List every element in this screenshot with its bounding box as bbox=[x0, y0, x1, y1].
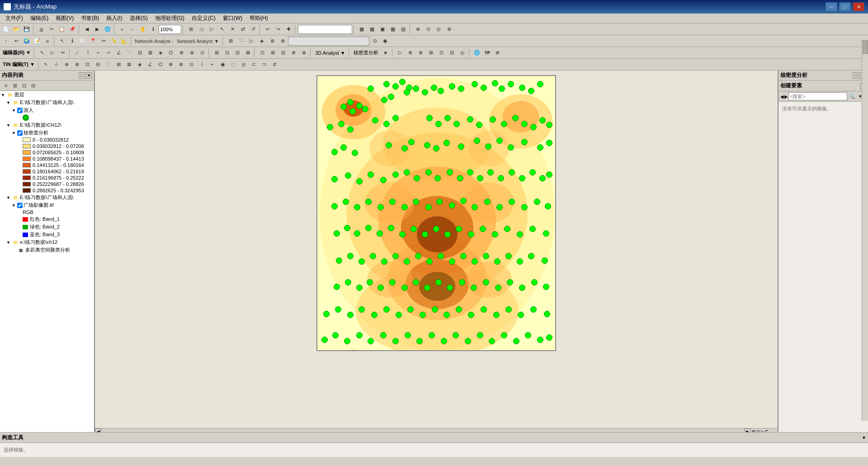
tb-back[interactable]: ◀ bbox=[82, 24, 92, 34]
tb-identify[interactable]: ℹ bbox=[148, 24, 158, 34]
edit-btn-4[interactable]: ∕ bbox=[72, 48, 82, 58]
kernel-btn-2[interactable]: ⊕ bbox=[406, 48, 415, 58]
kernel-btn-10[interactable]: ⊕ bbox=[493, 48, 503, 58]
tin-btn-1[interactable]: ↖ bbox=[41, 60, 51, 70]
catalog-vscroll[interactable] bbox=[862, 40, 868, 421]
na-btn-1[interactable]: ⊞ bbox=[226, 36, 236, 46]
kernel-btn-8[interactable]: 🌐 bbox=[472, 48, 482, 58]
tb-paste[interactable]: 📌 bbox=[67, 24, 77, 34]
catalog-vscroll-thumb[interactable] bbox=[863, 40, 868, 54]
catalog-search-input[interactable] bbox=[788, 92, 847, 100]
edit-btn-21[interactable]: ⊡ bbox=[257, 48, 267, 58]
na-text-input[interactable] bbox=[288, 37, 369, 46]
edit-btn-11[interactable]: ⊠ bbox=[145, 48, 155, 58]
tb-globe2[interactable]: 🌍 bbox=[22, 36, 32, 46]
build-tools-expand[interactable]: ▼ bbox=[862, 435, 866, 440]
tb-next-extent[interactable]: ▷ bbox=[207, 24, 217, 34]
tb-open[interactable]: 📂 bbox=[11, 24, 21, 34]
tb-r1[interactable]: ⊕ bbox=[413, 24, 423, 34]
edit-btn-9[interactable]: ⋱ bbox=[124, 48, 134, 58]
na-btn-6[interactable]: ⊕ bbox=[278, 36, 288, 46]
tin-btn-7[interactable]: ∷ bbox=[104, 60, 113, 70]
edit-btn-24[interactable]: ⊕ bbox=[288, 48, 298, 58]
menu-window[interactable]: 窗口(W) bbox=[219, 14, 246, 23]
na-btn-2[interactable]: ∷ bbox=[236, 36, 246, 46]
tb-swap[interactable]: ⇄ bbox=[238, 24, 248, 34]
tb-globe[interactable]: 🌐 bbox=[103, 24, 113, 34]
toc-folder-1[interactable]: ▼ 📁 E:\练习数据\广场和人流\ bbox=[0, 99, 94, 106]
edit-btn-6[interactable]: ⌁ bbox=[93, 48, 103, 58]
menu-insert[interactable]: 插入(I) bbox=[103, 14, 126, 23]
edit-btn-3[interactable]: ✏ bbox=[58, 48, 68, 58]
tin-btn-6[interactable]: ⊟ bbox=[93, 60, 103, 70]
tin-btn-12[interactable]: ⌬ bbox=[156, 60, 165, 70]
tb-save[interactable]: 💾 bbox=[22, 24, 32, 34]
cb-youren[interactable] bbox=[17, 108, 23, 113]
edit-btn-15[interactable]: ⊗ bbox=[187, 48, 197, 58]
tb-undo[interactable]: ↩ bbox=[263, 24, 273, 34]
tb-search-input[interactable] bbox=[298, 25, 352, 34]
edit-btn-19[interactable]: ⊟ bbox=[232, 48, 242, 58]
tin-btn-15[interactable]: ⊙ bbox=[187, 60, 197, 70]
na-dropdown[interactable]: Network Analyst ▼ bbox=[175, 36, 222, 46]
edit-btn-12[interactable]: ◈ bbox=[156, 48, 165, 58]
tin-btn-14[interactable]: ⊗ bbox=[176, 60, 186, 70]
toc-folder-4[interactable]: ▼ 📁 e:\练习数据\ch12 bbox=[0, 238, 94, 246]
tin-btn-10[interactable]: ◈ bbox=[135, 60, 145, 70]
tin-btn-16[interactable]: ⌇ bbox=[197, 60, 207, 70]
toc-close-btn[interactable]: ✕ bbox=[86, 72, 92, 79]
kernel-btn-3[interactable]: ⊗ bbox=[416, 48, 426, 58]
edit-btn-20[interactable]: ⊠ bbox=[243, 48, 253, 58]
tin-btn-13[interactable]: ⊕ bbox=[166, 60, 176, 70]
menu-select[interactable]: 选择(S) bbox=[126, 14, 151, 23]
tb-select2[interactable]: ⬜ bbox=[78, 36, 88, 46]
tin-btn-19[interactable]: ◌ bbox=[228, 60, 238, 70]
toc-layer-kernel[interactable]: ▼ 核密度分析 bbox=[0, 129, 94, 137]
edit-btn-22[interactable]: ⊞ bbox=[268, 48, 278, 58]
tin-btn-4[interactable]: ⊗ bbox=[72, 60, 82, 70]
tb-snap[interactable]: 📍 bbox=[88, 36, 98, 46]
kernel-btn-5[interactable]: ⊡ bbox=[437, 48, 447, 58]
tb-r4[interactable]: ⊗ bbox=[444, 24, 454, 34]
menu-view[interactable]: 视图(V) bbox=[52, 14, 77, 23]
tb-clear-sel[interactable]: ✕ bbox=[227, 24, 237, 34]
menu-help[interactable]: 帮助(H) bbox=[246, 14, 272, 23]
kernel-btn-4[interactable]: ⊞ bbox=[426, 48, 436, 58]
tb-pan[interactable]: ✋ bbox=[138, 24, 148, 34]
na-btn-7[interactable]: ⊙ bbox=[370, 36, 380, 46]
menu-edit[interactable]: 编辑(E) bbox=[27, 14, 52, 23]
edit-btn-23[interactable]: ⊟ bbox=[278, 48, 288, 58]
tin-btn-17[interactable]: ⌁ bbox=[208, 60, 217, 70]
menu-file[interactable]: 文件(F) bbox=[2, 14, 27, 23]
toc-layer-cluster[interactable]: ▦ 多距离空间聚类分析 bbox=[0, 246, 94, 254]
edit-btn-8[interactable]: ∠ bbox=[114, 48, 124, 58]
tb-measure[interactable]: 📐 bbox=[119, 36, 129, 46]
toc-icon-3[interactable]: ⊡ bbox=[20, 81, 28, 90]
tb-nav-1[interactable]: ↑ bbox=[1, 36, 11, 46]
cb-image[interactable] bbox=[17, 203, 23, 208]
tin-btn-22[interactable]: ⊃ bbox=[259, 60, 269, 70]
tb-zoom-level[interactable] bbox=[159, 25, 181, 34]
tb-grid-1[interactable]: ▦ bbox=[357, 24, 367, 34]
close-button[interactable]: ✕ bbox=[853, 2, 864, 11]
catalog-float-btn[interactable]: □ bbox=[853, 72, 859, 79]
tb-zoom-in[interactable]: + bbox=[117, 24, 127, 34]
edit-btn-1[interactable]: ↖ bbox=[37, 48, 47, 58]
menu-customize[interactable]: 自定义(C) bbox=[188, 14, 219, 23]
edit-btn-2[interactable]: ▷ bbox=[47, 48, 57, 58]
edit-btn-7[interactable]: ⊹ bbox=[104, 48, 113, 58]
cb-kernel[interactable] bbox=[17, 130, 23, 136]
tb-pen[interactable]: ✏ bbox=[99, 36, 108, 46]
tb-layers[interactable]: ≡ bbox=[42, 36, 52, 46]
toc-layer-image[interactable]: ▼ 广场影像图.tif bbox=[0, 201, 94, 209]
edit-btn-5[interactable]: ⌇ bbox=[83, 48, 93, 58]
catalog-search-btn[interactable]: 🔍 bbox=[848, 92, 856, 100]
na-btn-3[interactable]: ▷ bbox=[246, 36, 256, 46]
menu-bookmark[interactable]: 书签(B) bbox=[77, 14, 103, 23]
tin-btn-9[interactable]: ⊠ bbox=[124, 60, 134, 70]
toc-layer-youren[interactable]: ▼ 游人 bbox=[0, 106, 94, 114]
tb-print[interactable]: 🖨 bbox=[36, 24, 46, 34]
edit-btn-10[interactable]: ⊟ bbox=[135, 48, 145, 58]
kernel-dropdown[interactable]: ▼ bbox=[381, 48, 391, 58]
tb-copy[interactable]: 📋 bbox=[57, 24, 67, 34]
